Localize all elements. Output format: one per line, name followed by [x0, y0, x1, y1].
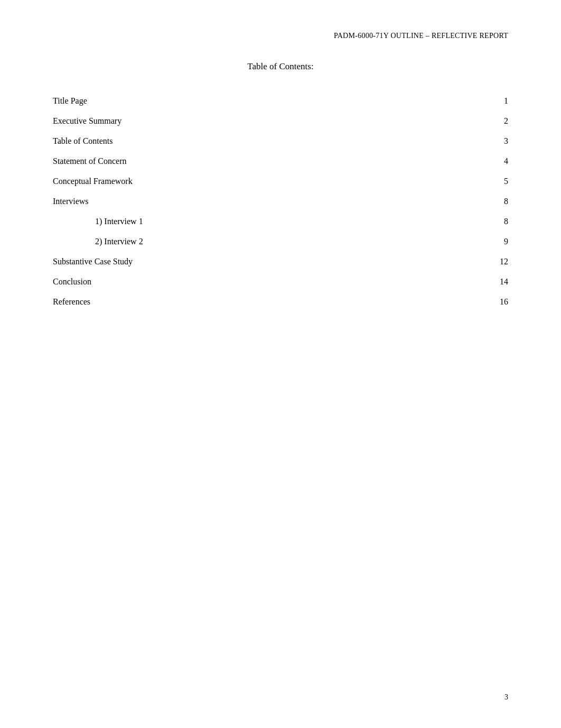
- toc-entry-page: 8: [440, 191, 508, 211]
- toc-row: Table of Contents3: [53, 131, 508, 151]
- toc-entry-page: 9: [440, 232, 508, 252]
- toc-row: Title Page1: [53, 91, 508, 111]
- toc-entry-label: References: [53, 292, 440, 312]
- toc-entry-page: 12: [440, 252, 508, 272]
- toc-row: 2) Interview 29: [53, 232, 508, 252]
- toc-entry-label: Table of Contents: [53, 131, 440, 151]
- toc-entry-page: 3: [440, 131, 508, 151]
- toc-entry-label: 1) Interview 1: [53, 211, 440, 232]
- toc-entry-label: Title Page: [53, 91, 440, 111]
- toc-row: 1) Interview 18: [53, 211, 508, 232]
- toc-entry-page: 4: [440, 151, 508, 171]
- toc-table: Title Page1Executive Summary2Table of Co…: [53, 91, 508, 312]
- toc-row: Conclusion14: [53, 272, 508, 292]
- toc-row: References16: [53, 292, 508, 312]
- toc-entry-label: Executive Summary: [53, 111, 440, 131]
- toc-row: Conceptual Framework5: [53, 171, 508, 191]
- toc-entry-label: Substantive Case Study: [53, 252, 440, 272]
- toc-title: Table of Contents:: [53, 61, 508, 72]
- toc-row: Interviews8: [53, 191, 508, 211]
- page: PADM-6000-71Y OUTLINE – REFLECTIVE REPOR…: [0, 0, 561, 728]
- page-footer: 3: [504, 693, 508, 702]
- toc-entry-page: 1: [440, 91, 508, 111]
- toc-row: Substantive Case Study12: [53, 252, 508, 272]
- toc-row: Executive Summary2: [53, 111, 508, 131]
- toc-entry-label: Interviews: [53, 191, 440, 211]
- toc-entry-label: Conceptual Framework: [53, 171, 440, 191]
- header-text: PADM-6000-71Y OUTLINE – REFLECTIVE REPOR…: [334, 32, 508, 40]
- toc-entry-page: 14: [440, 272, 508, 292]
- toc-entry-label: Statement of Concern: [53, 151, 440, 171]
- toc-entry-page: 16: [440, 292, 508, 312]
- toc-entry-page: 2: [440, 111, 508, 131]
- document-header: PADM-6000-71Y OUTLINE – REFLECTIVE REPOR…: [53, 32, 508, 40]
- toc-entry-label: 2) Interview 2: [53, 232, 440, 252]
- page-number: 3: [504, 693, 508, 701]
- toc-row: Statement of Concern4: [53, 151, 508, 171]
- toc-entry-page: 5: [440, 171, 508, 191]
- toc-entry-page: 8: [440, 211, 508, 232]
- toc-entry-label: Conclusion: [53, 272, 440, 292]
